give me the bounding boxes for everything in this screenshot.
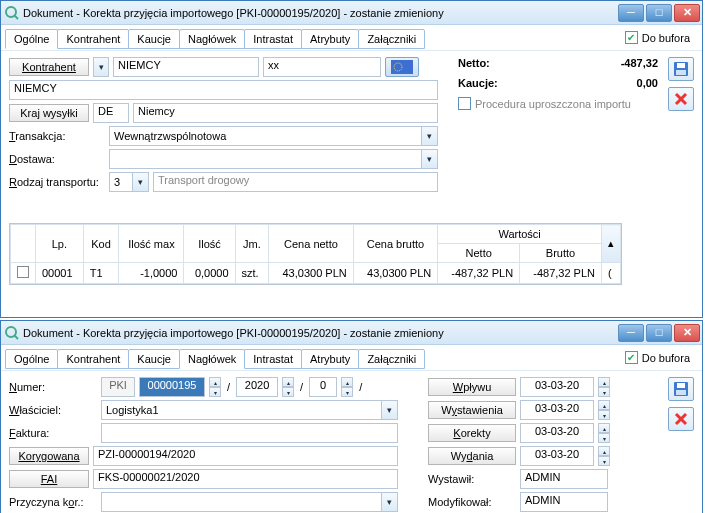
dostawa-label: Dostawa:: [9, 153, 105, 165]
svg-rect-12: [677, 383, 685, 388]
svg-rect-13: [676, 390, 686, 395]
delete-button-2[interactable]: [668, 407, 694, 431]
kaucje-value: 0,00: [637, 77, 658, 89]
wplywu-button[interactable]: Wpływu: [428, 378, 516, 396]
svg-rect-4: [676, 70, 686, 75]
numer-year-input[interactable]: 2020: [236, 377, 278, 397]
save-button-2[interactable]: [668, 377, 694, 401]
transakcja-label: Transakcja:: [9, 130, 105, 142]
titlebar-1: Dokument - Korekta przyjęcia importowego…: [1, 1, 702, 25]
tab-atrybuty[interactable]: Atrybuty: [301, 29, 359, 49]
wystawienia-button[interactable]: Wystawienia: [428, 401, 516, 419]
netto-value: -487,32: [621, 57, 658, 69]
wydania-date[interactable]: 03-03-20: [520, 446, 594, 466]
maximize-button[interactable]: □: [646, 4, 672, 22]
save-button[interactable]: [668, 57, 694, 81]
tab-atrybuty-2[interactable]: Atrybuty: [301, 349, 359, 369]
korygowana-input[interactable]: PZI-00000194/2020: [93, 446, 398, 466]
titlebar-2: Dokument - Korekta przyjęcia importowego…: [1, 321, 702, 345]
korekty-date[interactable]: 03-03-20: [520, 423, 594, 443]
svg-line-1: [14, 15, 18, 19]
do-bufora-checkbox-2[interactable]: ✔ Do bufora: [625, 351, 690, 364]
rodzaj-transportu-label: Rodzaj transportu:: [9, 176, 105, 188]
modyfikowal-label: Modyfikował:: [428, 496, 516, 508]
przyczyna-dropdown[interactable]: ▾: [101, 492, 398, 512]
tab-kaucje-2[interactable]: Kaucje: [128, 349, 180, 369]
numer-code: PKI: [101, 377, 135, 397]
kontrahent-code-input[interactable]: NIEMCY: [113, 57, 259, 77]
numer-zero-spinner[interactable]: ▴▾: [341, 377, 353, 397]
window-icon: [5, 6, 19, 20]
minimize-button[interactable]: ─: [618, 4, 644, 22]
wystawienia-date[interactable]: 03-03-20: [520, 400, 594, 420]
korekty-button[interactable]: Korekty: [428, 424, 516, 442]
tab-naglowek-2[interactable]: Nagłówek: [179, 349, 245, 369]
rodzaj-text-display: Transport drogowy: [153, 172, 438, 192]
tab-kaucje[interactable]: Kaucje: [128, 29, 180, 49]
window-icon: [5, 326, 19, 340]
window-title-2: Dokument - Korekta przyjęcia importowego…: [23, 327, 618, 339]
wlasciciel-label: Właściciel:: [9, 404, 97, 416]
tab-ogolne[interactable]: Ogólne: [5, 29, 58, 49]
tab-ogolne-2[interactable]: Ogólne: [5, 349, 58, 369]
minimize-button[interactable]: ─: [618, 324, 644, 342]
table-row[interactable]: 00001 T1 -1,0000 0,0000 szt. 43,0300 PLN…: [11, 263, 621, 284]
korygowana-button[interactable]: Korygowana: [9, 447, 89, 465]
transakcja-dropdown[interactable]: Wewnątrzwspólnotowa▾: [109, 126, 438, 146]
wystawil-label: Wystawił:: [428, 473, 516, 485]
dostawa-dropdown[interactable]: ▾: [109, 149, 438, 169]
kontrahent-xx-input[interactable]: xx: [263, 57, 381, 77]
wydania-spinner[interactable]: ▴▾: [598, 446, 610, 466]
rodzaj-num-dropdown[interactable]: 3▾: [109, 172, 149, 192]
kraj-wysylki-button[interactable]: Kraj wysyłki: [9, 104, 89, 122]
kontrahent-button[interactable]: Kontrahent: [9, 58, 89, 76]
maximize-button[interactable]: □: [646, 324, 672, 342]
grid-scroll-up[interactable]: ▴: [602, 225, 621, 263]
wlasciciel-dropdown[interactable]: Logistyka1▾: [101, 400, 398, 420]
tab-zalaczniki[interactable]: Załączniki: [358, 29, 425, 49]
modyfikowal-value: ADMIN: [520, 492, 608, 512]
close-button[interactable]: ✕: [674, 4, 700, 22]
kraj-code-input[interactable]: DE: [93, 103, 129, 123]
window-title-1: Dokument - Korekta przyjęcia importowego…: [23, 7, 618, 19]
korekty-spinner[interactable]: ▴▾: [598, 423, 610, 443]
do-bufora-checkbox[interactable]: ✔ Do bufora: [625, 31, 690, 44]
tab-naglowek[interactable]: Nagłówek: [179, 29, 245, 49]
delete-button[interactable]: [668, 87, 694, 111]
wydania-button[interactable]: Wydania: [428, 447, 516, 465]
close-button[interactable]: ✕: [674, 324, 700, 342]
wplywu-spinner[interactable]: ▴▾: [598, 377, 610, 397]
faktura-label: Faktura:: [9, 427, 97, 439]
kontrahent-name-input[interactable]: NIEMCY: [9, 80, 438, 100]
numer-seq-spinner[interactable]: ▴▾: [209, 377, 221, 397]
tab-intrastat-2[interactable]: Intrastat: [244, 349, 302, 369]
svg-line-10: [14, 335, 18, 339]
procedura-checkbox[interactable]: [458, 97, 471, 110]
faktura-input[interactable]: [101, 423, 398, 443]
svg-rect-3: [677, 63, 685, 68]
numer-label: Numer:: [9, 381, 97, 393]
tab-zalaczniki-2[interactable]: Załączniki: [358, 349, 425, 369]
tabs-1: Ogólne Kontrahent Kaucje Nagłówek Intras…: [5, 28, 424, 48]
do-bufora-label-2: Do bufora: [642, 352, 690, 364]
tab-kontrahent-2[interactable]: Kontrahent: [57, 349, 129, 369]
przyczyna-label: Przyczyna kor.:: [9, 496, 97, 508]
kraj-name-input[interactable]: Niemcy: [133, 103, 438, 123]
numer-seq-input[interactable]: 00000195: [139, 377, 205, 397]
tab-intrastat[interactable]: Intrastat: [244, 29, 302, 49]
items-grid[interactable]: Lp. Kod Ilość max Ilość Jm. Cena netto C…: [9, 223, 622, 285]
kaucje-label: Kaucje:: [458, 77, 498, 89]
do-bufora-label: Do bufora: [642, 32, 690, 44]
numer-year-spinner[interactable]: ▴▾: [282, 377, 294, 397]
wystawienia-spinner[interactable]: ▴▾: [598, 400, 610, 420]
tab-kontrahent[interactable]: Kontrahent: [57, 29, 129, 49]
procedura-label: Procedura uproszczona importu: [475, 98, 631, 110]
flag-button[interactable]: [385, 57, 419, 77]
numer-zero-input[interactable]: 0: [309, 377, 337, 397]
wystawil-value: ADMIN: [520, 469, 608, 489]
netto-label: Netto:: [458, 57, 490, 69]
kontrahent-dropdown-button[interactable]: ▾: [93, 57, 109, 77]
fai-input[interactable]: FKS-00000021/2020: [93, 469, 398, 489]
wplywu-date[interactable]: 03-03-20: [520, 377, 594, 397]
fai-button[interactable]: FAI: [9, 470, 89, 488]
